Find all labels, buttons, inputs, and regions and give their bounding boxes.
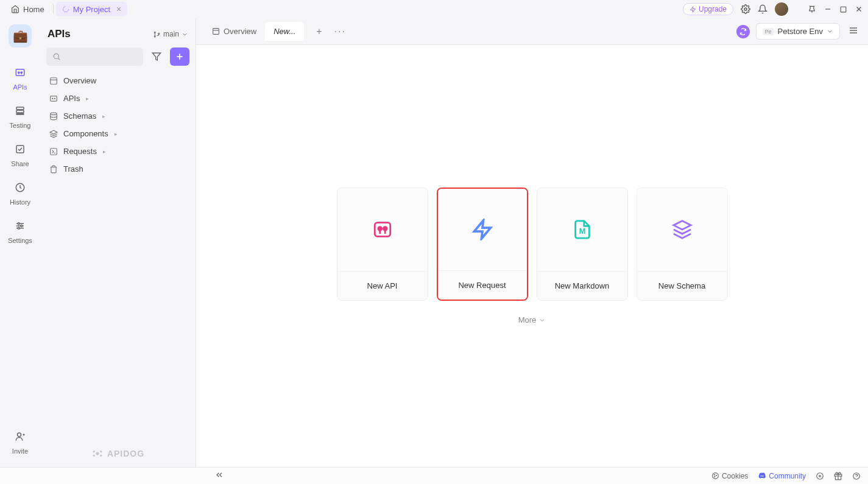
content-header: Overview New... + ··· Pe Petstore Env bbox=[196, 18, 868, 45]
add-circle-icon bbox=[816, 472, 824, 480]
search-icon bbox=[52, 52, 61, 61]
tab-new[interactable]: New... bbox=[265, 22, 304, 41]
svg-marker-32 bbox=[152, 53, 160, 60]
statusbar: Cookies Community bbox=[0, 467, 868, 484]
titlebar-tab-home[interactable]: Home bbox=[5, 2, 51, 16]
nav-testing-label: Testing bbox=[10, 122, 31, 129]
svg-point-30 bbox=[54, 54, 58, 58]
titlebar-tab-project[interactable]: My Project × bbox=[56, 2, 128, 16]
svg-rect-15 bbox=[16, 114, 24, 115]
content-menu-button[interactable] bbox=[846, 23, 861, 40]
upgrade-button[interactable]: Upgrade bbox=[683, 3, 733, 15]
search-input[interactable] bbox=[46, 47, 143, 66]
status-cookies[interactable]: Cookies bbox=[711, 472, 748, 480]
nav-testing[interactable]: Testing bbox=[0, 98, 40, 136]
testing-icon bbox=[15, 105, 26, 119]
env-avatar[interactable] bbox=[736, 25, 750, 38]
schema-card-icon bbox=[672, 219, 693, 240]
minimize-icon[interactable] bbox=[824, 5, 832, 13]
card-new-markdown[interactable]: M New Markdown bbox=[537, 188, 628, 301]
main: 💼 APIs Testing Share History bbox=[0, 18, 868, 467]
sidebar-toolbar bbox=[46, 47, 189, 66]
cookie-icon bbox=[711, 472, 719, 480]
plus-icon bbox=[175, 52, 185, 61]
invite-icon bbox=[15, 431, 26, 445]
status-add[interactable] bbox=[816, 472, 824, 480]
close-window-icon[interactable] bbox=[855, 5, 863, 13]
requests-icon bbox=[49, 147, 58, 156]
tree-requests-label: Requests bbox=[63, 147, 97, 156]
content-area: Overview New... + ··· Pe Petstore Env bbox=[196, 18, 868, 467]
tree-schemas-label: Schemas bbox=[63, 111, 96, 121]
card-icon-area bbox=[438, 189, 527, 270]
nav-history-label: History bbox=[10, 198, 30, 206]
more-link[interactable]: More bbox=[518, 315, 546, 324]
nav-invite[interactable]: Invite bbox=[0, 424, 40, 462]
tree-trash[interactable]: Trash bbox=[46, 160, 189, 178]
chevron-down-icon bbox=[538, 317, 546, 324]
svg-point-21 bbox=[18, 223, 19, 225]
pin-icon[interactable] bbox=[808, 5, 816, 13]
user-avatar[interactable] bbox=[775, 2, 788, 16]
add-tab-button[interactable]: + bbox=[309, 23, 329, 41]
content-header-right: Pe Petstore Env bbox=[736, 23, 861, 40]
nav-history[interactable]: History bbox=[0, 175, 40, 213]
card-icon-area: M bbox=[537, 188, 627, 271]
tree-requests[interactable]: Requests ▸ bbox=[46, 142, 189, 160]
card-new-request[interactable]: New Request bbox=[437, 188, 528, 301]
nav-share-label: Share bbox=[11, 160, 29, 167]
svg-point-44 bbox=[96, 452, 99, 455]
nav-apis[interactable]: APIs bbox=[0, 60, 40, 98]
env-badge: Pe bbox=[763, 28, 774, 35]
overview-icon bbox=[49, 77, 58, 85]
nav-apis-label: APIs bbox=[13, 83, 27, 91]
card-icon-area bbox=[637, 188, 727, 271]
more-label: More bbox=[518, 315, 537, 324]
tree-overview[interactable]: Overview bbox=[46, 72, 189, 89]
collapse-sidebar-button[interactable] bbox=[214, 470, 224, 482]
maximize-icon[interactable] bbox=[839, 5, 847, 13]
markdown-card-icon: M bbox=[572, 219, 593, 240]
filter-button[interactable] bbox=[147, 47, 166, 66]
svg-point-0 bbox=[63, 7, 68, 12]
filter-icon bbox=[152, 52, 161, 61]
svg-point-63 bbox=[716, 475, 717, 475]
card-new-schema[interactable]: New Schema bbox=[637, 188, 728, 301]
close-icon[interactable]: × bbox=[116, 4, 121, 14]
caret-icon: ▸ bbox=[86, 96, 89, 102]
svg-rect-5 bbox=[841, 7, 846, 12]
status-help[interactable] bbox=[852, 472, 861, 480]
svg-rect-13 bbox=[16, 107, 24, 110]
svg-rect-37 bbox=[51, 96, 57, 100]
svg-point-23 bbox=[18, 227, 19, 229]
schemas-icon bbox=[49, 112, 58, 121]
tab-overview[interactable]: Overview bbox=[203, 22, 265, 41]
content-body: New API New Request M New Markdown bbox=[196, 45, 868, 467]
card-new-markdown-label: New Markdown bbox=[537, 271, 627, 300]
brand-label: APIDOG bbox=[107, 449, 144, 458]
nav-settings[interactable]: Settings bbox=[0, 213, 40, 251]
card-new-api[interactable]: New API bbox=[337, 188, 428, 301]
svg-point-48 bbox=[100, 455, 102, 457]
tree-apis[interactable]: APIs ▸ bbox=[46, 89, 189, 107]
svg-marker-1 bbox=[690, 6, 695, 12]
settings-icon[interactable] bbox=[741, 4, 750, 14]
workspace-logo[interactable]: 💼 bbox=[9, 24, 32, 47]
gift-icon bbox=[834, 472, 842, 480]
branch-selector[interactable]: main bbox=[153, 30, 188, 38]
bell-icon[interactable] bbox=[758, 4, 767, 14]
env-selector[interactable]: Pe Petstore Env bbox=[756, 23, 840, 40]
tab-more-button[interactable]: ··· bbox=[330, 23, 351, 41]
card-new-schema-label: New Schema bbox=[637, 271, 727, 300]
sidebar-brand: APIDOG bbox=[46, 440, 189, 467]
svg-marker-41 bbox=[50, 130, 57, 134]
status-community[interactable]: Community bbox=[758, 472, 806, 480]
nav-share[interactable]: Share bbox=[0, 136, 40, 175]
add-button[interactable] bbox=[170, 47, 189, 66]
titlebar-tabs: Home My Project × bbox=[5, 2, 127, 16]
status-gift[interactable] bbox=[834, 472, 842, 480]
svg-point-47 bbox=[93, 455, 94, 457]
tree-schemas[interactable]: Schemas ▸ bbox=[46, 107, 189, 125]
tree-components[interactable]: Components ▸ bbox=[46, 125, 189, 142]
svg-point-45 bbox=[93, 451, 94, 452]
